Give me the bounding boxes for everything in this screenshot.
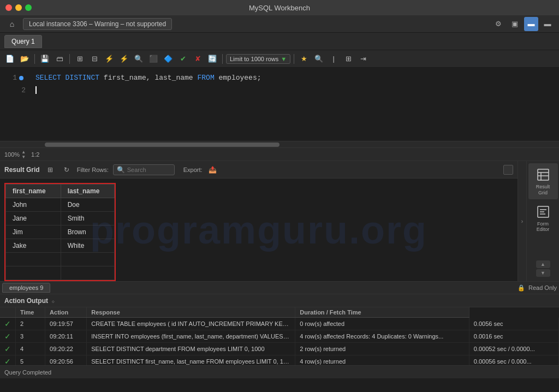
sidebar-expand-handle[interactable]: › (518, 161, 526, 281)
action-status-cell: ✓ (0, 343, 16, 355)
panel2-icon[interactable]: ▬ (540, 17, 555, 31)
sql-editor[interactable]: 1 2 SELECT DISTINCT first_name, last_nam… (0, 68, 559, 141)
red-stop-icon[interactable]: ⬛ (147, 52, 160, 66)
pipe-icon[interactable]: | (327, 52, 340, 66)
export-label: Export: (183, 167, 203, 173)
refresh-rows-icon[interactable]: ↻ (61, 164, 73, 176)
panel-icon[interactable]: ▬ (524, 17, 538, 31)
action-output-title: Action Output (4, 297, 48, 305)
col-last-name: last_name (61, 185, 114, 198)
sql-content[interactable]: SELECT DISTINCT first_name, last_name FR… (30, 68, 559, 141)
grid-icon[interactable]: ⊞ (342, 52, 355, 66)
limit-select[interactable]: Limit to 1000 rows ▼ (226, 54, 290, 64)
settings-icon[interactable]: ⚙ (491, 17, 506, 31)
result-grid-tool-label: ResultGrid (536, 184, 550, 196)
export-icon[interactable]: 📤 (207, 164, 219, 176)
nav-up-arrow[interactable]: ▲ (536, 260, 550, 268)
table-icon[interactable]: ⊞ (73, 52, 86, 66)
action-output: Action Output ⬦ Time Action Response Dur… (0, 294, 559, 365)
instance-label[interactable]: Local instance 3306 – Warning – not supp… (23, 18, 172, 30)
action-status-cell: ✓ (0, 318, 16, 330)
expand-arrow-icon: › (521, 218, 523, 224)
table-cell: John (6, 198, 61, 212)
layout-icon[interactable]: ▣ (508, 17, 522, 31)
action-time-cell: 09:20:22 (45, 343, 87, 355)
action-num-cell: 2 (16, 318, 45, 330)
divider3 (222, 54, 223, 64)
sql-line2 (35, 84, 555, 96)
table-cell-empty (6, 266, 61, 280)
action-table-row: ✓309:20:11INSERT INTO employees (first_n… (0, 330, 559, 343)
data-table-wrapper[interactable]: programguru.org first_name last_name Joh… (0, 179, 518, 281)
action-duration-cell: 0.00052 sec / 0.0000... (469, 343, 558, 355)
zoom-control[interactable]: 100% ▲▼ (4, 150, 26, 159)
star-icon[interactable]: ★ (298, 52, 311, 66)
home-icon[interactable]: ⌂ (4, 16, 20, 32)
table-border: first_name last_name JohnDoeJaneSmithJim… (4, 183, 116, 281)
open-file-icon[interactable]: 📂 (18, 52, 31, 66)
search-input[interactable] (127, 167, 171, 173)
limit-label: Limit to 1000 rows (230, 56, 278, 62)
breakpoint-dot[interactable] (19, 76, 23, 80)
action-time-cell: 09:19:57 (45, 318, 87, 330)
table-header-row: first_name last_name (6, 185, 115, 198)
horizontal-scrollbar[interactable] (0, 141, 559, 148)
table-cell: Brown (61, 225, 114, 239)
form-editor-tool[interactable]: FormEditor (528, 200, 558, 236)
employees-tab[interactable]: employees 9 (2, 283, 50, 293)
result-grid-tool[interactable]: ResultGrid (528, 163, 558, 199)
table-cell: Doe (61, 198, 114, 212)
status-bar: 100% ▲▼ 1:2 (0, 148, 559, 161)
query-tab[interactable]: Query 1 (4, 35, 42, 48)
status-ok-icon: ✓ (4, 319, 11, 328)
table-row[interactable]: JohnDoe (6, 198, 115, 212)
data-table: first_name last_name JohnDoeJaneSmithJim… (5, 184, 115, 280)
lightning-icon[interactable]: ⚡ (103, 52, 116, 66)
table-row[interactable]: JimBrown (6, 225, 115, 239)
form-editor-tool-icon (535, 204, 551, 220)
table-row[interactable]: JakeWhite (6, 239, 115, 253)
schema-icon[interactable]: 🔷 (162, 52, 175, 66)
table-cell: Jim (6, 225, 61, 239)
action-table-row: ✓509:20:56SELECT DISTINCT first_name, la… (0, 355, 559, 366)
result-toolbar-right (503, 165, 513, 175)
table-row-empty (6, 266, 115, 280)
action-table-wrapper[interactable]: Time Action Response Duration / Fetch Ti… (0, 307, 559, 365)
search-box[interactable]: 🔍 (113, 164, 175, 175)
save-icon[interactable]: 💾 (38, 52, 51, 66)
action-num-cell: 3 (16, 330, 45, 343)
db-icon[interactable]: 🗃 (53, 52, 66, 66)
divider2 (69, 54, 70, 64)
search-db-icon[interactable]: 🔍 (132, 52, 145, 66)
action-status-cell: ✓ (0, 355, 16, 366)
sidebar-nav-arrows: ▲ ▼ (536, 260, 550, 277)
cursor (35, 86, 37, 94)
nav-down-arrow[interactable]: ▼ (536, 269, 550, 277)
readonly-area: 🔒 Read Only (518, 284, 557, 292)
table-row[interactable]: JaneSmith (6, 212, 115, 225)
table-cell: Smith (61, 212, 114, 225)
menubar: ⌂ Local instance 3306 – Warning – not su… (0, 15, 559, 33)
action-action-cell: SELECT DISTINCT first_name, last_name FR… (87, 355, 295, 366)
import-icon[interactable]: ⇥ (356, 52, 370, 66)
close-button[interactable] (5, 4, 12, 11)
zoom-arrows[interactable]: ▲▼ (21, 150, 26, 159)
line2-num: 2 (21, 86, 26, 94)
action-ctrl-icon[interactable]: ⬦ (51, 298, 55, 304)
minimize-button[interactable] (15, 4, 22, 11)
zoom-icon[interactable]: 🔍 (312, 52, 325, 66)
line1-num: 1 (13, 72, 17, 84)
action-table-header: Time Action Response Duration / Fetch Ti… (0, 307, 559, 318)
lightning2-icon[interactable]: ⚡ (117, 52, 130, 66)
line-numbers: 1 2 (0, 68, 30, 141)
maximize-button[interactable] (25, 4, 32, 11)
refresh-icon[interactable]: 🔄 (206, 52, 219, 66)
action-col-time: Time (16, 307, 45, 318)
cancel-icon[interactable]: ✘ (191, 52, 204, 66)
checkbox[interactable] (503, 165, 513, 175)
new-file-icon[interactable]: 📄 (3, 52, 16, 66)
check-icon[interactable]: ✔ (176, 52, 189, 66)
table2-icon[interactable]: ⊟ (88, 52, 101, 66)
scrollbar-thumb[interactable] (45, 142, 280, 147)
grid-view-icon[interactable]: ⊞ (44, 164, 56, 176)
